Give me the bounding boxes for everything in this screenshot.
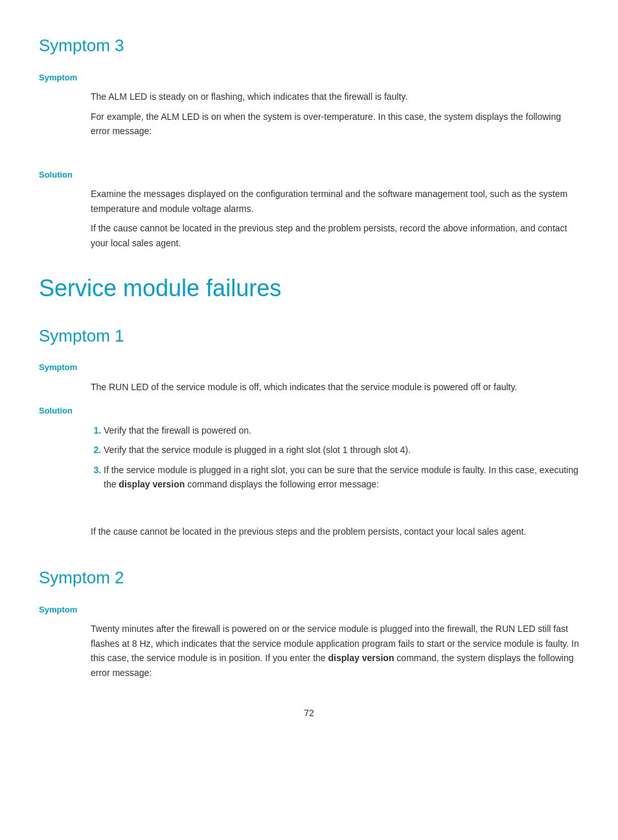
symptom3-text1: The ALM LED is steady on or flashing, wh… [91,89,579,104]
symptom1-footer: If the cause cannot be located in the pr… [91,524,579,539]
symptom2-symptom-content: Twenty minutes after the firewall is pow… [91,622,579,680]
symptom3-solution-content: Examine the messages displayed on the co… [91,187,579,250]
symptom1-heading: Symptom 1 [39,323,579,350]
symptom2-heading: Symptom 2 [39,565,579,592]
symptom3-symptom-label: Symptom [39,71,579,85]
symptom2-bold1: display version [328,653,395,663]
symptom1-list-item3-text: If the service module is plugged in a ri… [104,465,578,489]
symptom3-solution-text1: Examine the messages displayed on the co… [91,187,579,216]
symptom1-list-item1: Verify that the firewall is powered on. [104,423,579,438]
symptom2-section: Symptom 2 Symptom Twenty minutes after t… [39,565,579,680]
service-module-chapter: Service module failures [39,270,579,307]
service-module-heading: Service module failures [39,270,579,307]
symptom1-solution-list: Verify that the firewall is powered on. … [91,423,579,492]
symptom1-list-item2: Verify that the service module is plugge… [104,443,579,457]
symptom3-symptom-content: The ALM LED is steady on or flashing, wh… [91,89,579,138]
symptom1-list-item3: If the service module is plugged in a ri… [104,463,579,492]
symptom1-section: Symptom 1 Symptom The RUN LED of the ser… [39,323,579,539]
symptom1-footer-text: If the cause cannot be located in the pr… [91,524,579,539]
symptom3-solution-text2: If the cause cannot be located in the pr… [91,221,579,250]
symptom3-heading: Symptom 3 [39,32,579,60]
symptom2-text1: Twenty minutes after the firewall is pow… [91,622,579,680]
symptom1-solution-label: Solution [39,404,579,418]
page-number: 72 [39,706,579,720]
symptom2-symptom-label: Symptom [39,603,579,617]
symptom1-symptom-label: Symptom [39,361,579,375]
symptom3-solution-label: Solution [39,169,579,182]
symptom3-section: Symptom 3 Symptom The ALM LED is steady … [39,32,579,250]
symptom1-text1: The RUN LED of the service module is off… [91,380,579,394]
symptom1-symptom-content: The RUN LED of the service module is off… [91,380,579,394]
symptom3-text2: For example, the ALM LED is on when the … [91,110,579,139]
